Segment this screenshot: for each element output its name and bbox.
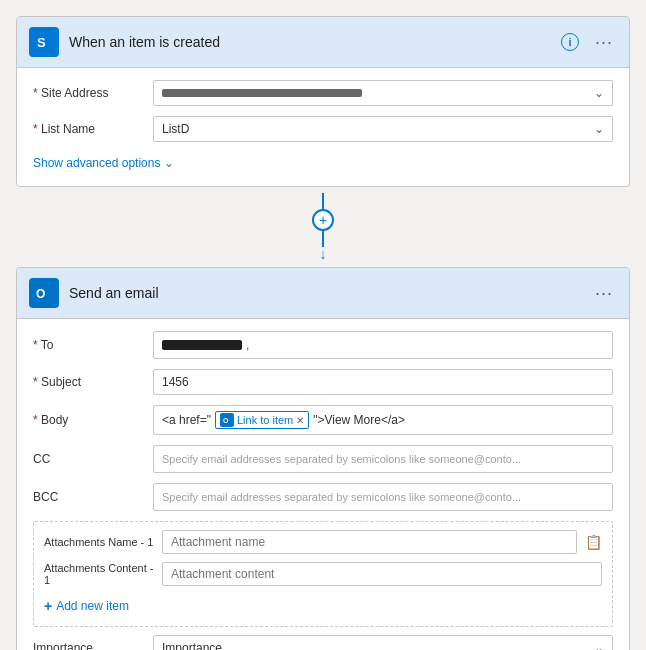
show-advanced-button[interactable]: Show advanced options ⌄	[33, 152, 174, 174]
to-redacted-value	[162, 340, 242, 350]
body-suffix: ">View More</a>	[313, 413, 405, 427]
body-token-chip[interactable]: O Link to item ✕	[215, 411, 309, 429]
to-field[interactable]: ,	[153, 331, 613, 359]
cc-field[interactable]: Specify email addresses separated by sem…	[153, 445, 613, 473]
importance-chevron-icon: ⌄	[594, 641, 604, 650]
list-name-label: * List Name	[33, 122, 153, 136]
attachment-name-input[interactable]	[162, 530, 577, 554]
importance-value: Importance	[162, 641, 222, 650]
bcc-label: BCC	[33, 490, 153, 504]
token-close-icon[interactable]: ✕	[296, 415, 304, 426]
cc-row: CC Specify email addresses separated by …	[33, 445, 613, 473]
card1-actions: i ···	[557, 30, 617, 55]
site-address-value	[162, 86, 362, 100]
card2-three-dots-icon: ···	[595, 283, 613, 304]
attachment-content-row: Attachments Content - 1	[44, 562, 602, 586]
info-icon: i	[561, 33, 579, 51]
site-address-label: * Site Address	[33, 86, 153, 100]
card1-more-button[interactable]: ···	[591, 30, 617, 55]
card2-header: O Send an email ···	[17, 268, 629, 319]
arrow-down-icon: ↓	[320, 247, 327, 261]
site-address-row: * Site Address ⌄	[33, 80, 613, 106]
list-name-chevron-icon: ⌄	[594, 122, 604, 136]
attachments-section: Attachments Name - 1 📋 Attachments Conte…	[33, 521, 613, 627]
subject-field[interactable]	[153, 369, 613, 395]
add-new-item-label: Add new item	[56, 599, 129, 613]
attachment-name-row: Attachments Name - 1 📋	[44, 530, 602, 554]
add-step-button[interactable]: +	[312, 209, 334, 231]
connector-line-bottom	[322, 231, 324, 247]
connector-line-top	[322, 193, 324, 209]
card2-title: Send an email	[69, 285, 591, 301]
bcc-field[interactable]: Specify email addresses separated by sem…	[153, 483, 613, 511]
attachment-name-label: Attachments Name - 1	[44, 536, 154, 548]
bcc-input[interactable]: Specify email addresses separated by sem…	[153, 483, 613, 511]
cc-placeholder: Specify email addresses separated by sem…	[162, 453, 521, 465]
to-field-content[interactable]: ,	[153, 331, 613, 359]
subject-input[interactable]	[153, 369, 613, 395]
show-advanced-label: Show advanced options	[33, 156, 160, 170]
bcc-row: BCC Specify email addresses separated by…	[33, 483, 613, 511]
site-address-chevron-icon: ⌄	[594, 86, 604, 100]
when-item-created-card: S When an item is created i ··· * Site A…	[16, 16, 630, 187]
importance-select[interactable]: Importance ⌄	[153, 635, 613, 650]
card1-title: When an item is created	[69, 34, 557, 50]
importance-field[interactable]: Importance ⌄	[153, 635, 613, 650]
svg-text:O: O	[36, 287, 45, 301]
token-outlook-icon: O	[220, 413, 234, 427]
list-name-select[interactable]: ListD ⌄	[153, 116, 613, 142]
to-comma: ,	[246, 338, 249, 352]
add-icon: +	[44, 598, 52, 614]
cc-label: CC	[33, 452, 153, 466]
attachment-content-input[interactable]	[162, 562, 602, 586]
to-row: * To ,	[33, 331, 613, 359]
connector: + ↓	[16, 193, 630, 261]
subject-row: * Subject	[33, 369, 613, 395]
token-label: Link to item	[237, 414, 293, 426]
plus-icon: +	[319, 212, 327, 228]
add-new-item-button[interactable]: + Add new item	[44, 594, 129, 618]
importance-label: Importance	[33, 641, 153, 650]
list-name-field[interactable]: ListD ⌄	[153, 116, 613, 142]
to-label: * To	[33, 338, 153, 352]
card1-header: S When an item is created i ···	[17, 17, 629, 68]
outlook-icon: O	[29, 278, 59, 308]
importance-row: Importance Importance ⌄	[33, 635, 613, 650]
card1-body: * Site Address ⌄ * List Name ListD ⌄	[17, 68, 629, 186]
show-advanced-chevron-icon: ⌄	[164, 156, 174, 170]
attachment-name-icon-btn[interactable]: 📋	[585, 534, 602, 550]
three-dots-icon: ···	[595, 32, 613, 53]
card2-actions: ···	[591, 281, 617, 306]
svg-text:O: O	[223, 417, 229, 424]
body-field[interactable]: <a href=" O Link to item ✕ ">View More</…	[153, 405, 613, 435]
card1-info-button[interactable]: i	[557, 31, 583, 53]
site-address-field[interactable]: ⌄	[153, 80, 613, 106]
svg-text:S: S	[37, 35, 46, 50]
sharepoint-icon: S	[29, 27, 59, 57]
body-row: * Body <a href=" O Link to item ✕	[33, 405, 613, 435]
subject-label: * Subject	[33, 375, 153, 389]
calendar-icon: 📋	[585, 534, 602, 550]
list-name-value: ListD	[162, 122, 189, 136]
site-address-redacted	[162, 89, 362, 97]
card2-body: * To , * Subject * Body	[17, 319, 629, 650]
attachment-content-label: Attachments Content - 1	[44, 562, 154, 586]
site-address-select[interactable]: ⌄	[153, 80, 613, 106]
body-label: * Body	[33, 413, 153, 427]
body-prefix: <a href="	[162, 413, 211, 427]
send-email-card: O Send an email ··· * To , * Su	[16, 267, 630, 650]
card2-more-button[interactable]: ···	[591, 281, 617, 306]
body-content[interactable]: <a href=" O Link to item ✕ ">View More</…	[153, 405, 613, 435]
list-name-row: * List Name ListD ⌄	[33, 116, 613, 142]
cc-input[interactable]: Specify email addresses separated by sem…	[153, 445, 613, 473]
bcc-placeholder: Specify email addresses separated by sem…	[162, 491, 521, 503]
